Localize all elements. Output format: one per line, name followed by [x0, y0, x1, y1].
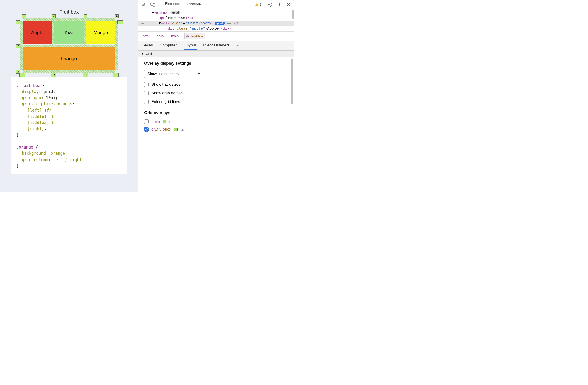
disclosure-triangle-icon: ▼: [141, 52, 144, 56]
checkbox-icon[interactable]: [144, 119, 149, 124]
grid-gap: [20, 21, 22, 70]
svg-line-11: [271, 5, 272, 6]
grid-line-number: 1: [16, 20, 20, 24]
overlay-label: main: [151, 119, 160, 124]
grid-line-number: -2: [83, 73, 88, 77]
grid-line-number: -1: [117, 20, 123, 24]
check-label: Show area names: [151, 91, 183, 95]
dropdown-value: Show line numbers: [147, 72, 179, 76]
tab-console[interactable]: Console: [184, 1, 204, 8]
fruit-box-grid: Apple Kiwi Mango Orange: [22, 21, 115, 70]
device-toggle-icon[interactable]: [149, 1, 157, 8]
svg-point-16: [279, 5, 280, 6]
page-viewport: Fruit box Apple Kiwi Mango Orange: [0, 0, 138, 192]
cell-mango: Mango: [86, 21, 115, 44]
checkbox-icon[interactable]: [144, 91, 149, 95]
dom-node-fruitbox-selected[interactable]: ▼<div class="fruit-box"> grid== $0: [138, 21, 294, 26]
scrollbar-thumb[interactable]: [291, 59, 293, 104]
svg-rect-3: [257, 4, 257, 5]
grid-gap: [115, 21, 118, 70]
checkbox-icon[interactable]: [144, 100, 149, 104]
svg-point-14: [279, 3, 280, 4]
grid-gap: [22, 19, 115, 21]
sample-css-code: .fruit-box { display: grid; grid-gap: 10…: [11, 77, 127, 174]
devtools-toolbar: Elements Console » 1: [138, 0, 294, 9]
inspect-icon[interactable]: [140, 1, 148, 8]
tabs-overflow[interactable]: »: [205, 0, 214, 9]
svg-line-10: [269, 3, 269, 3]
tab-elements[interactable]: Elements: [162, 0, 183, 8]
grid-line-number: 1: [22, 14, 26, 18]
svg-rect-4: [257, 5, 257, 6]
grid-section-body: Overlay display settings Show line numbe…: [138, 57, 294, 192]
warning-badge[interactable]: 1: [255, 3, 261, 6]
check-extend-lines[interactable]: Extend grid lines: [144, 100, 288, 104]
warning-count: 1: [260, 3, 261, 6]
check-label: Extend grid lines: [151, 100, 180, 104]
tab-event-listeners[interactable]: Event Listeners: [202, 41, 231, 50]
kebab-icon[interactable]: [275, 1, 284, 8]
close-icon[interactable]: [284, 1, 293, 8]
grid-line-number: 2: [52, 14, 56, 18]
gear-icon[interactable]: [266, 1, 274, 8]
overlay-row-fruitbox[interactable]: div.fruit-box: [144, 127, 288, 132]
grid-overlay-container: Apple Kiwi Mango Orange 1 2 3 4 1 2 3 -1: [20, 18, 118, 73]
svg-rect-2: [153, 4, 155, 6]
breadcrumb-item[interactable]: html: [141, 33, 150, 39]
breadcrumb-item[interactable]: body: [155, 33, 165, 39]
check-label: Show track sizes: [151, 82, 181, 87]
checkbox-icon[interactable]: [144, 127, 149, 132]
sidebar-tabs: Styles Computed Layout Event Listeners »: [138, 41, 294, 50]
grid-line-number: -4: [19, 73, 25, 77]
breadcrumb-item[interactable]: main: [170, 33, 180, 39]
cell-orange: Orange: [22, 47, 115, 70]
breadcrumb: html body main div.fruit-box: [138, 32, 294, 41]
cell-apple: Apple: [22, 21, 52, 44]
devtools-panel: Elements Console » 1 ▼<main> grid <p>Fru…: [138, 0, 294, 192]
dom-node-main[interactable]: ▼<main> grid: [138, 10, 294, 15]
grid-overlays-heading: Grid overlays: [144, 110, 288, 115]
dom-node-apple[interactable]: <div class="apple">Apple</div>: [138, 26, 294, 31]
reveal-icon[interactable]: [180, 127, 185, 131]
checkbox-icon[interactable]: [144, 82, 149, 87]
overlay-row-main[interactable]: main: [144, 119, 288, 124]
grid-line-number: -3: [51, 73, 56, 77]
cell-kiwi: Kiwi: [54, 21, 84, 44]
tab-layout[interactable]: Layout: [184, 41, 197, 50]
grid-section-header[interactable]: ▼ Grid: [138, 50, 294, 57]
grid-section-title: Grid: [146, 52, 152, 56]
subtabs-overflow[interactable]: »: [235, 41, 240, 50]
overlay-settings-heading: Overlay display settings: [144, 61, 288, 66]
overlay-label: div.fruit-box: [151, 127, 171, 132]
color-swatch[interactable]: [163, 120, 166, 124]
tab-computed[interactable]: Computed: [159, 41, 178, 50]
scrollbar-thumb[interactable]: [292, 10, 294, 19]
grid-line-number: 3: [84, 14, 87, 18]
dom-node-p[interactable]: <p>Fruit box</p>: [138, 15, 294, 21]
check-track-sizes[interactable]: Show track sizes: [144, 82, 288, 87]
svg-point-15: [279, 4, 280, 5]
svg-point-5: [270, 4, 271, 5]
svg-line-13: [269, 5, 269, 6]
tab-styles[interactable]: Styles: [141, 41, 154, 50]
line-numbers-dropdown[interactable]: Show line numbers: [144, 70, 203, 78]
grid-line-number: 4: [115, 14, 119, 18]
check-area-names[interactable]: Show area names: [144, 91, 288, 95]
grid-line-number: -1: [113, 73, 119, 77]
svg-line-12: [271, 3, 272, 3]
grid-line-number: 2: [16, 44, 20, 48]
grid-gap: [22, 70, 115, 73]
reveal-icon[interactable]: [169, 120, 173, 124]
breadcrumb-item-active[interactable]: div.fruit-box: [185, 33, 205, 39]
dom-tree[interactable]: ▼<main> grid <p>Fruit box</p> ▼<div clas…: [138, 9, 294, 32]
color-swatch[interactable]: [174, 128, 178, 131]
